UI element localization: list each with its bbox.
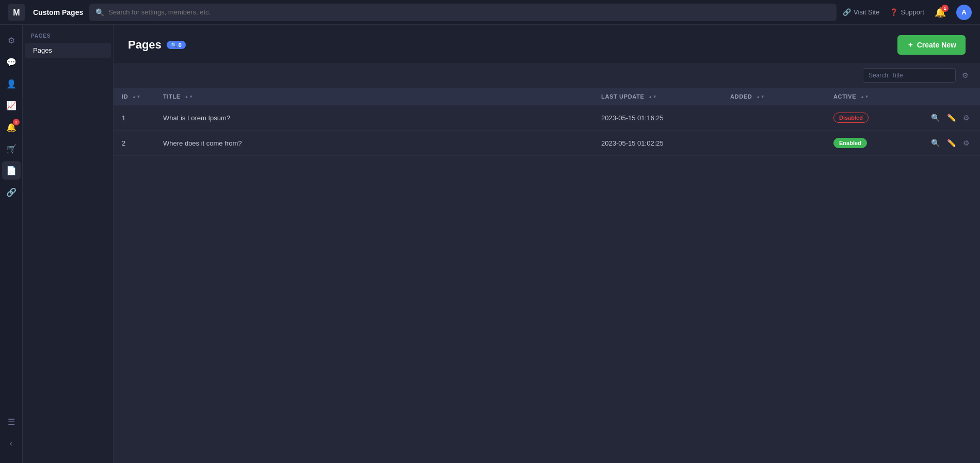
nav-item-notifications[interactable]: 🔔 1	[2, 118, 21, 136]
col-header-last-update[interactable]: LAST UPDATE ▲▼	[593, 88, 722, 105]
edit-row-button-1[interactable]: ✏️	[945, 137, 958, 149]
support-icon: ❓	[890, 8, 898, 16]
visit-site-link[interactable]: 🔗 Visit Site	[843, 8, 879, 16]
search-title-input[interactable]	[863, 68, 956, 83]
window-title: Custom Pages	[33, 8, 83, 17]
cell-active-0: Disabled	[825, 105, 918, 131]
sort-arrows-title: ▲▼	[185, 95, 194, 99]
table-area: ⚙ ID ▲▼ TITLE ▲▼ LAST	[114, 63, 980, 463]
nav-item-analytics[interactable]: 📈	[2, 96, 21, 115]
icon-nav: ⚙ 💬 👤 📈 🔔 1 🛒 📄 🔗 ☰ ‹	[0, 25, 23, 463]
global-search-bar[interactable]: 🔍	[89, 4, 837, 21]
support-label: Support	[901, 8, 924, 16]
cell-added-1	[722, 131, 825, 156]
table-row: 1 What is Lorem Ipsum? 2023-05-15 01:16:…	[114, 105, 980, 131]
col-header-title[interactable]: TITLE ▲▼	[155, 88, 593, 105]
sidebar: Pages Pages	[23, 25, 114, 463]
table-row: 2 Where does it come from? 2023-05-15 01…	[114, 131, 980, 156]
col-header-actions	[918, 88, 980, 105]
edit-row-button-0[interactable]: ✏️	[945, 111, 958, 124]
nav-item-menu[interactable]: ☰	[2, 412, 21, 431]
cell-id-0: 1	[114, 105, 155, 131]
nav-item-collapse[interactable]: ‹	[2, 434, 21, 453]
cell-actions-1: 🔍 ✏️ ⚙	[918, 131, 980, 156]
icon-nav-bottom: ☰ ‹	[2, 412, 21, 457]
plus-icon: ＋	[907, 40, 914, 50]
create-new-label: Create New	[917, 41, 956, 49]
sidebar-item-pages[interactable]: Pages	[25, 43, 111, 58]
col-header-id[interactable]: ID ▲▼	[114, 88, 155, 105]
col-header-added[interactable]: ADDED ▲▼	[722, 88, 825, 105]
sort-arrows-id: ▲▼	[132, 95, 141, 99]
body-layout: ⚙ 💬 👤 📈 🔔 1 🛒 📄 🔗 ☰ ‹ Pages Pages Pages	[0, 25, 980, 463]
nav-item-users[interactable]: 👤	[2, 74, 21, 93]
avatar[interactable]: A	[956, 5, 972, 20]
nav-item-pages[interactable]: 📄	[2, 161, 21, 180]
top-nav: M Custom Pages 🔍 🔗 Visit Site ❓ Support …	[0, 0, 980, 25]
pages-table: ID ▲▼ TITLE ▲▼ LAST UPDATE ▲▼ ADDED	[114, 88, 980, 156]
notification-badge: 1	[941, 5, 949, 12]
nav-item-integrations[interactable]: 🔗	[2, 183, 21, 201]
cell-actions-0: 🔍 ✏️ ⚙	[918, 105, 980, 131]
cell-lastupdate-0: 2023-05-15 01:16:25	[593, 105, 722, 131]
app-logo[interactable]: M	[8, 4, 25, 21]
search-row-button-1[interactable]: 🔍	[929, 137, 942, 149]
table-toolbar: ⚙	[114, 63, 980, 88]
status-badge-1: Enabled	[833, 138, 867, 148]
search-row-button-0[interactable]: 🔍	[929, 111, 942, 124]
nav-item-store[interactable]: 🛒	[2, 139, 21, 158]
page-header: Pages 🔍 0 ＋ Create New	[114, 25, 980, 63]
table-settings-button[interactable]: ⚙	[959, 68, 972, 83]
delete-row-button-1[interactable]: ⚙	[961, 137, 972, 149]
cell-title-1: Where does it come from?	[155, 131, 593, 156]
sort-arrows-added: ▲▼	[756, 95, 765, 99]
page-count-badge: 🔍 0	[167, 41, 186, 49]
cell-id-1: 2	[114, 131, 155, 156]
sort-arrows-last-update: ▲▼	[648, 95, 657, 99]
svg-text:M: M	[13, 8, 20, 17]
status-badge-0: Disabled	[833, 113, 869, 123]
global-search-input[interactable]	[108, 8, 830, 16]
sidebar-item-pages-label: Pages	[33, 46, 52, 54]
notification-button[interactable]: 🔔 1	[935, 7, 946, 18]
sidebar-section-label: Pages	[23, 33, 113, 43]
nav-notification-badge: 1	[13, 119, 20, 125]
table-header-row: ID ▲▼ TITLE ▲▼ LAST UPDATE ▲▼ ADDED	[114, 88, 980, 105]
cell-lastupdate-1: 2023-05-15 01:02:25	[593, 131, 722, 156]
top-nav-right: 🔗 Visit Site ❓ Support 🔔 1 A	[843, 5, 972, 20]
create-new-button[interactable]: ＋ Create New	[897, 35, 966, 55]
search-icon: 🔍	[95, 8, 104, 17]
sort-arrows-active: ▲▼	[860, 95, 869, 99]
cell-active-1: Enabled	[825, 131, 918, 156]
link-icon: 🔗	[843, 8, 851, 16]
cell-added-0	[722, 105, 825, 131]
support-link[interactable]: ❓ Support	[890, 8, 924, 16]
search-icon-small: 🔍	[171, 42, 177, 48]
page-title: Pages	[128, 38, 162, 52]
nav-item-settings[interactable]: ⚙	[2, 31, 21, 50]
visit-site-label: Visit Site	[854, 8, 879, 16]
cell-title-0: What is Lorem Ipsum?	[155, 105, 593, 131]
nav-item-chat[interactable]: 💬	[2, 53, 21, 71]
page-title-row: Pages 🔍 0	[128, 38, 186, 52]
main-content: Pages 🔍 0 ＋ Create New ⚙	[114, 25, 980, 463]
col-header-active[interactable]: ACTIVE ▲▼	[825, 88, 918, 105]
delete-row-button-0[interactable]: ⚙	[961, 111, 972, 124]
gear-icon: ⚙	[962, 71, 969, 79]
